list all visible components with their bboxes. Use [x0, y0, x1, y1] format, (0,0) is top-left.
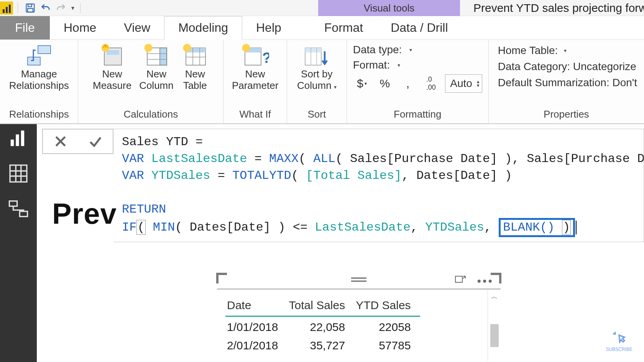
data-type-label: Data type:: [353, 44, 402, 56]
tab-modeling[interactable]: Modeling: [164, 16, 242, 40]
formula-cancel-button[interactable]: [43, 129, 78, 153]
sort-by-column-button[interactable]: Sort by Column▾: [295, 44, 339, 93]
tab-help[interactable]: Help: [242, 16, 295, 39]
tab-data-drill[interactable]: Data / Drill: [377, 16, 462, 39]
measure-icon: [99, 43, 126, 69]
svg-point-18: [183, 44, 191, 52]
tab-file[interactable]: File: [0, 16, 50, 39]
app-icon: [0, 2, 13, 15]
left-nav: [0, 124, 37, 362]
formula-commit-button[interactable]: [78, 129, 113, 153]
blank-highlight: BLANK() ): [499, 218, 575, 237]
svg-rect-28: [16, 134, 19, 146]
nav-report-view[interactable]: [8, 128, 29, 149]
group-label: Sort: [291, 106, 343, 123]
focus-mode-button[interactable]: [455, 275, 466, 287]
svg-rect-24: [305, 48, 321, 52]
new-column-button[interactable]: New Column: [137, 44, 176, 92]
tab-home[interactable]: Home: [50, 16, 110, 39]
manage-relationships-button[interactable]: Manage Relationships: [7, 44, 71, 92]
svg-rect-2: [28, 8, 33, 12]
svg-rect-29: [21, 131, 24, 146]
group-label: Formatting: [351, 106, 485, 123]
thousands-button[interactable]: ,: [399, 74, 417, 93]
undo-button[interactable]: [38, 0, 53, 16]
new-parameter-button[interactable]: ? New Parameter: [230, 44, 281, 92]
more-options-button[interactable]: •••: [477, 275, 494, 288]
format-dropdown[interactable]: ▾: [398, 62, 400, 68]
svg-rect-35: [9, 201, 17, 206]
svg-rect-36: [20, 211, 27, 217]
visual-header: •••: [217, 274, 501, 290]
separator: [80, 3, 80, 13]
svg-rect-27: [11, 139, 14, 146]
format-label: Format:: [353, 59, 390, 71]
scroll-up-icon[interactable]: ︿: [491, 292, 498, 301]
default-summarization-label: Default Summarization: Don't: [498, 77, 637, 89]
svg-rect-3: [38, 46, 51, 54]
tab-view[interactable]: View: [110, 16, 164, 39]
col-header-ytd-sales[interactable]: YTD Sales: [354, 296, 420, 316]
formula-editor[interactable]: Sales YTD = VAR LastSalesDate = MAXX( AL…: [113, 129, 644, 242]
nav-model-view[interactable]: [8, 198, 29, 219]
drag-grip-icon[interactable]: [351, 277, 366, 282]
svg-rect-9: [160, 48, 167, 65]
svg-rect-6: [107, 50, 119, 55]
ribbon: Manage Relationships Relationships New M…: [0, 40, 644, 124]
text-cursor: [576, 221, 577, 234]
new-measure-button[interactable]: New Measure: [90, 44, 134, 92]
qat-customize-caret[interactable]: ▼: [70, 5, 76, 11]
tab-format[interactable]: Format: [310, 16, 377, 39]
svg-text:?: ?: [262, 49, 269, 66]
ribbon-group-formatting: Data type:▾ Format:▾ $▾ % , .0.00 Auto ▲…: [347, 40, 489, 123]
group-label: Calculations: [82, 106, 219, 123]
ribbon-group-sort: Sort by Column▾ Sort: [287, 40, 347, 123]
decimal-places-input[interactable]: Auto ▲▼: [445, 74, 482, 93]
currency-button[interactable]: $▾: [353, 74, 371, 93]
percent-button[interactable]: %: [376, 74, 394, 93]
subscribe-watermark: SUBSCRIBE: [606, 330, 632, 352]
check-icon: [88, 134, 103, 149]
nav-data-view[interactable]: [8, 163, 29, 184]
svg-rect-37: [455, 276, 462, 282]
scroll-thumb[interactable]: [490, 324, 499, 347]
relationship-icon: [25, 44, 53, 67]
svg-point-22: [242, 44, 250, 52]
data-category-label: Data Category: Uncategorize: [498, 61, 636, 73]
ribbon-group-properties: Home Table:▾ Data Category: Uncategorize…: [489, 40, 644, 123]
home-table-label: Home Table:: [498, 44, 558, 57]
decimal-button[interactable]: .0.00: [422, 74, 440, 93]
table-row[interactable]: 1/01/2018 22,058 22058: [225, 316, 420, 336]
data-type-dropdown[interactable]: ▾: [409, 47, 412, 53]
grid-icon: [8, 163, 29, 184]
svg-rect-1: [28, 4, 31, 7]
group-label: Relationships: [4, 106, 74, 123]
group-label: What If: [227, 106, 283, 123]
save-button[interactable]: [23, 0, 38, 16]
separator: [18, 3, 18, 13]
table-visual[interactable]: ••• Date Total Sales YTD Sales 1/01/2018…: [217, 274, 501, 362]
home-table-dropdown[interactable]: ▾: [564, 48, 567, 54]
title-bar: ▼ Visual tools Prevent YTD sales project…: [0, 0, 644, 16]
bar-chart-icon: [8, 128, 29, 149]
column-icon: [143, 43, 170, 69]
ribbon-group-relationships: Manage Relationships Relationships: [0, 40, 78, 123]
ribbon-tabs: File Home View Modeling Help Format Data…: [0, 16, 644, 40]
context-tab-visual-tools[interactable]: Visual tools: [318, 0, 460, 16]
col-header-total-sales[interactable]: Total Sales: [287, 296, 354, 316]
model-icon: [8, 198, 29, 219]
document-title: Prevent YTD sales projecting forwa: [473, 0, 644, 16]
ribbon-group-calculations: New Measure New Column New Table Calcula…: [78, 40, 223, 123]
visual-scrollbar[interactable]: ︿: [488, 290, 501, 362]
group-label: Properties: [493, 106, 640, 123]
col-header-date[interactable]: Date: [225, 296, 287, 316]
focus-icon: [455, 275, 466, 285]
table-row[interactable]: 2/01/2018 35,727 57785: [225, 335, 420, 354]
svg-rect-30: [10, 165, 27, 182]
redo-button[interactable]: [53, 0, 69, 16]
parameter-icon: ?: [242, 43, 269, 69]
table-icon: [181, 43, 209, 69]
svg-point-12: [144, 44, 152, 52]
new-table-button[interactable]: New Table: [179, 44, 211, 92]
cursor-click-icon: [611, 330, 627, 346]
